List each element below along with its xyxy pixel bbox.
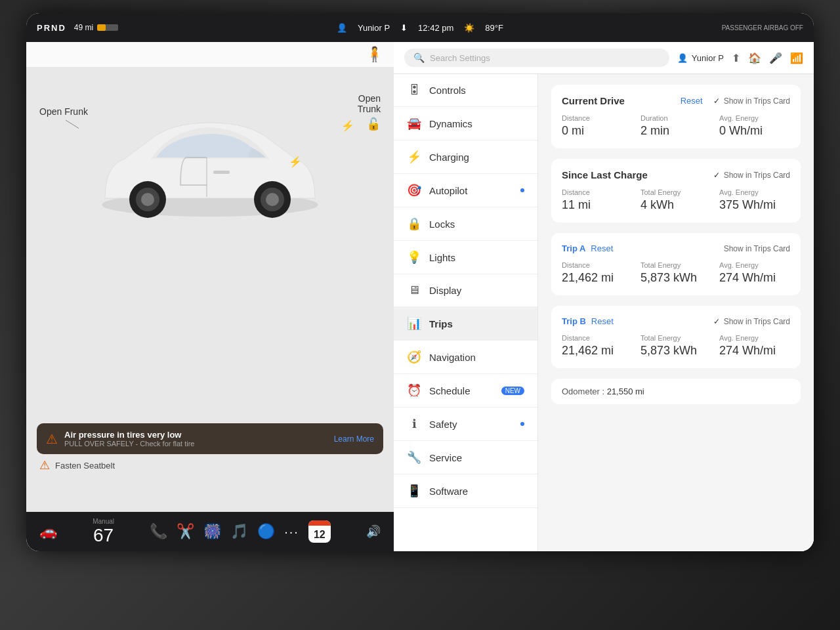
since-avg-label: Avg. Energy xyxy=(719,188,790,196)
trip-a-distance-value: 21,462 mi xyxy=(562,271,633,285)
sun-icon: ☀️ xyxy=(464,23,474,33)
trip-a-reset[interactable]: Reset xyxy=(591,243,613,253)
odometer-value: 21,550 mi xyxy=(607,387,644,396)
svg-point-5 xyxy=(141,193,154,206)
mic-icon[interactable]: 🎤 xyxy=(769,52,782,64)
more-btn[interactable]: ··· xyxy=(284,524,299,539)
nav-item-lights[interactable]: 💡 Lights xyxy=(394,241,537,274)
search-bar[interactable]: 🔍 Search Settings xyxy=(404,49,669,67)
upload-icon[interactable]: ⬆ xyxy=(732,52,740,64)
current-duration-value: 2 min xyxy=(640,124,711,138)
charging-icon: ⚡ xyxy=(407,150,421,164)
trip-a-avg-value: 274 Wh/mi xyxy=(719,271,790,285)
download-icon: ⬇ xyxy=(400,23,408,33)
volume-icon[interactable]: 🔊 xyxy=(366,524,381,539)
nav-item-display[interactable]: 🖥 Display xyxy=(394,274,537,307)
trip-a-stats: Distance 21,462 mi Total Energy 5,873 kW… xyxy=(562,261,790,285)
nav-label-safety: Safety xyxy=(429,419,457,430)
open-frunk-label[interactable]: Open Frunk xyxy=(39,106,88,143)
current-drive-show-trips[interactable]: ✓ Show in Trips Card xyxy=(713,96,790,106)
current-drive-reset[interactable]: Reset xyxy=(681,96,703,106)
frunk-line xyxy=(39,117,79,143)
since-charge-show-trips[interactable]: ✓ Show in Trips Card xyxy=(713,171,790,180)
current-distance: Distance 0 mi xyxy=(562,114,633,138)
since-last-charge-section: Since Last Charge ✓ Show in Trips Card D… xyxy=(551,159,801,222)
nav-item-dynamics[interactable]: 🚘 Dynamics xyxy=(394,107,537,140)
nav-label-display: Display xyxy=(429,285,461,296)
autopilot-icon: 🎯 xyxy=(407,183,421,198)
calendar-icon[interactable]: 12 xyxy=(308,520,331,543)
open-trunk-label[interactable]: OpenTrunk 🔓 xyxy=(358,93,381,131)
since-distance-label: Distance xyxy=(562,188,633,196)
trip-a-avg-energy: Avg. Energy 274 Wh/mi xyxy=(719,261,790,285)
nav-label-charging: Charging xyxy=(429,152,469,163)
nav-item-service[interactable]: 🔧 Service xyxy=(394,441,537,474)
display-icon: 🖥 xyxy=(407,284,421,297)
taskbar-center: Manual 67 xyxy=(93,518,114,546)
calendar-date: 12 xyxy=(314,529,326,541)
status-user: Yunior P xyxy=(358,23,390,33)
nav-item-safety[interactable]: ℹ Safety xyxy=(394,408,537,441)
search-placeholder: Search Settings xyxy=(430,53,490,63)
safety-dot xyxy=(520,422,524,426)
header-username: Yunior P xyxy=(692,53,724,63)
seatbelt-text: Fasten Seatbelt xyxy=(55,461,115,471)
current-drive-section: Current Drive Reset ✓ Show in Trips Card xyxy=(551,85,801,148)
since-last-charge-header: Since Last Charge ✓ Show in Trips Card xyxy=(562,169,790,180)
trip-a-energy-value: 5,873 kWh xyxy=(640,271,711,285)
phone-icon[interactable]: 📞 xyxy=(150,523,167,540)
range-value: 49 mi xyxy=(74,23,93,32)
trip-b-avg-energy: Avg. Energy 274 Wh/mi xyxy=(719,334,790,358)
bluetooth-icon[interactable]: 🔵 xyxy=(257,523,275,540)
search-icon: 🔍 xyxy=(413,52,425,63)
scissors-icon[interactable]: ✂️ xyxy=(177,523,194,540)
nav-item-software[interactable]: 📱 Software xyxy=(394,474,537,508)
nav-label-lights: Lights xyxy=(429,252,455,263)
music-icon[interactable]: 🎵 xyxy=(230,523,248,540)
status-bar-center: 👤 Yunior P ⬇ 12:42 pm ☀️ 89°F xyxy=(337,23,503,33)
car-illustration: ⚡ xyxy=(85,100,335,244)
trip-b-show-trips[interactable]: ✓ Show in Trips Card xyxy=(713,317,790,326)
controls-icon: 🎛 xyxy=(407,83,421,97)
battery-fill xyxy=(97,24,106,31)
nav-item-navigation[interactable]: 🧭 Navigation xyxy=(394,341,537,374)
trip-b-distance-label: Distance xyxy=(562,334,633,342)
nav-item-schedule[interactable]: ⏰ Schedule NEW xyxy=(394,374,537,408)
nav-label-autopilot: Autopilot xyxy=(429,185,467,196)
nav-label-trips: Trips xyxy=(429,318,453,329)
trip-a-label: Trip A xyxy=(562,243,585,253)
since-charge-check-icon: ✓ xyxy=(713,171,720,180)
nav-item-controls[interactable]: 🎛 Controls xyxy=(394,74,537,107)
trip-b-reset[interactable]: Reset xyxy=(591,316,614,326)
trip-b-avg-label: Avg. Energy xyxy=(719,334,790,342)
nav-item-charging[interactable]: ⚡ Charging xyxy=(394,140,537,174)
checkmark-icon: ✓ xyxy=(713,96,720,106)
main-content: 🧍 Open Frunk OpenTrunk 🔓 xyxy=(26,42,814,551)
current-distance-label: Distance xyxy=(562,114,633,122)
nav-item-autopilot[interactable]: 🎯 Autopilot xyxy=(394,174,537,207)
navigation-icon: 🧭 xyxy=(407,350,421,364)
status-time: 12:42 pm xyxy=(418,23,453,33)
trip-a-show-trips[interactable]: Show in Trips Card xyxy=(724,244,790,253)
current-drive-title: Current Drive xyxy=(562,95,625,106)
nav-label-dynamics: Dynamics xyxy=(429,118,472,129)
settings-body: 🎛 Controls 🚘 Dynamics ⚡ Charging 🎯 Autop… xyxy=(394,74,814,551)
lights-icon: 💡 xyxy=(407,250,421,264)
seatbelt-warning: ⚠ Fasten Seatbelt xyxy=(39,458,115,472)
svg-point-8 xyxy=(266,193,279,206)
current-duration-label: Duration xyxy=(640,114,711,122)
nav-label-schedule: Schedule xyxy=(429,385,471,396)
alert-subtitle: PULL OVER SAFELY - Check for flat tire xyxy=(64,440,327,448)
nav-item-trips[interactable]: 📊 Trips xyxy=(394,307,537,341)
trip-a-show-label: Show in Trips Card xyxy=(724,244,790,253)
alert-learn-more[interactable]: Learn More xyxy=(334,434,374,444)
colorful-icon[interactable]: 🎆 xyxy=(203,523,221,540)
alert-banner: ⚠ Air pressure in tires very low PULL OV… xyxy=(37,423,383,454)
trip-a-distance-label: Distance xyxy=(562,261,633,269)
nav-item-locks[interactable]: 🔒 Locks xyxy=(394,207,537,241)
home-icon[interactable]: 🏠 xyxy=(748,52,761,64)
odometer-row: Odometer : 21,550 mi xyxy=(551,379,801,404)
left-panel: 🧍 Open Frunk OpenTrunk 🔓 xyxy=(26,42,394,551)
trip-a-distance: Distance 21,462 mi xyxy=(562,261,633,285)
current-energy: Avg. Energy 0 Wh/mi xyxy=(719,114,790,138)
